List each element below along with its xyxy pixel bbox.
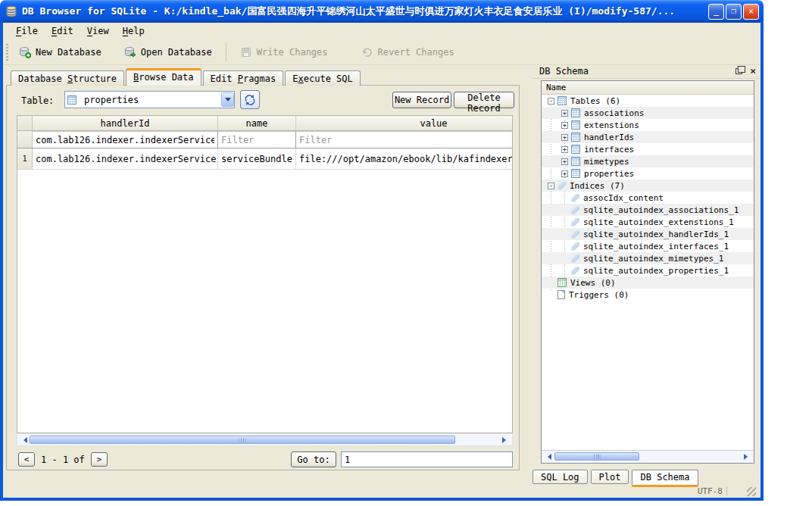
triggers-icon: [557, 290, 565, 299]
index-icon: [571, 267, 579, 275]
new-record-button[interactable]: New Record: [392, 92, 451, 108]
new-database-button[interactable]: New Database: [13, 43, 108, 61]
revert-changes-button[interactable]: Revert Changes: [355, 43, 461, 61]
scroll-left-arrow[interactable]: [18, 435, 30, 445]
combo-dropdown-button[interactable]: [221, 92, 234, 107]
tree-item-tables-6[interactable]: -Tables (6): [542, 95, 754, 107]
tree-item-indices-7[interactable]: -Indices (7): [542, 180, 754, 192]
schema-tree: Name -Tables (6)+associations+extenstion…: [541, 80, 754, 464]
table-select[interactable]: properties: [64, 91, 235, 108]
filter-input-value[interactable]: [296, 133, 513, 148]
status-bar: UTF-8: [3, 485, 760, 498]
grid-filter-row: [17, 131, 513, 148]
open-database-button[interactable]: Open Database: [118, 43, 218, 61]
window-border-bottom: [0, 498, 764, 501]
scrollbar-thumb[interactable]: [30, 436, 455, 444]
delete-record-button[interactable]: Delete Record: [454, 92, 514, 108]
cell-value[interactable]: file:///opt/amazon/ebook/lib/kafindexer.…: [296, 148, 513, 169]
menu-edit[interactable]: Edit: [45, 24, 80, 38]
cell-name[interactable]: serviceBundle: [218, 148, 296, 169]
tree-item-label: sqlite_autoindex_associations_1: [583, 205, 739, 215]
tree-item-properties[interactable]: +properties: [542, 167, 754, 180]
dock-close-icon[interactable]: ×: [750, 67, 756, 75]
tab-browse-data[interactable]: Browse Data: [126, 68, 201, 86]
tree-item-sqlite-autoindex-interfaces-1[interactable]: sqlite_autoindex_interfaces_1: [542, 240, 754, 252]
scroll-right-arrow[interactable]: [500, 435, 511, 445]
dock-tab-plot[interactable]: Plot: [591, 470, 629, 484]
expand-icon[interactable]: +: [561, 146, 568, 153]
tree-item-sqlite-autoindex-mimetypes-1[interactable]: sqlite_autoindex_mimetypes_1: [542, 252, 754, 264]
prev-page-button[interactable]: <: [18, 452, 35, 467]
tree-item-label: Tables (6): [570, 96, 620, 106]
collapse-icon[interactable]: -: [548, 98, 554, 105]
tree-item-mimetypes[interactable]: +mimetypes: [542, 155, 754, 167]
expand-icon[interactable]: +: [561, 110, 568, 117]
schema-tree-rows: -Tables (6)+associations+extenstions+han…: [542, 95, 754, 301]
goto-record-input[interactable]: [341, 451, 513, 467]
maximize-button[interactable]: ❐: [726, 4, 742, 20]
tree-item-sqlite-autoindex-handlerids-1[interactable]: sqlite_autoindex_handlerIds_1: [542, 228, 754, 240]
write-changes-label: Write Changes: [257, 47, 328, 58]
main-tab-bar: Database Structure Browse Data Edit Prag…: [11, 69, 362, 86]
tab-edit-pragmas[interactable]: Edit Pragmas: [203, 70, 284, 86]
next-page-button[interactable]: >: [91, 452, 108, 467]
filter-input-handlerid[interactable]: [33, 133, 217, 148]
minimize-button[interactable]: _: [708, 4, 724, 20]
tree-item-extenstions[interactable]: +extenstions: [542, 119, 754, 131]
tab-execute-sql[interactable]: Execute SQL: [285, 70, 361, 86]
tree-item-handlerids[interactable]: +handlerIds: [542, 131, 754, 143]
column-header-name[interactable]: name: [218, 116, 296, 130]
tree-horizontal-scrollbar[interactable]: [542, 450, 754, 463]
menu-file[interactable]: File: [9, 24, 45, 38]
title-bar[interactable]: DB Browser for SQLite - K:/kindle_bak/国富…: [0, 0, 764, 23]
window-title: DB Browser for SQLite - K:/kindle_bak/国富…: [22, 5, 707, 18]
schema-dock-titlebar[interactable]: DB Schema ×: [532, 64, 760, 79]
table-icon: [571, 120, 580, 130]
expand-icon[interactable]: +: [561, 122, 568, 129]
menu-help[interactable]: Help: [116, 24, 151, 38]
dock-tab-sql-log[interactable]: SQL Log: [532, 470, 588, 484]
index-icon: [557, 182, 566, 190]
open-database-label: Open Database: [141, 47, 212, 58]
scroll-left-arrow[interactable]: [542, 451, 554, 461]
collapse-icon[interactable]: -: [548, 183, 554, 189]
expand-icon[interactable]: +: [561, 158, 568, 165]
menu-view[interactable]: View: [80, 24, 116, 38]
record-range-label: 1 - 1 of 1: [41, 454, 95, 465]
table-icon: [67, 95, 77, 105]
tree-item-sqlite-autoindex-associations-1[interactable]: sqlite_autoindex_associations_1: [542, 204, 754, 216]
toolbar-drag-handle[interactable]: [6, 44, 8, 61]
close-button[interactable]: ✕: [743, 4, 759, 20]
expand-icon[interactable]: +: [561, 134, 568, 141]
expand-icon[interactable]: +: [561, 170, 568, 177]
index-icon: [571, 255, 579, 263]
tree-item-triggers-0[interactable]: Triggers (0): [542, 289, 754, 301]
refresh-button[interactable]: [240, 90, 260, 109]
tree-item-associations[interactable]: +associations: [542, 107, 754, 119]
index-icon: [571, 206, 579, 214]
scroll-right-arrow[interactable]: [742, 451, 753, 461]
table-icon: [557, 96, 567, 105]
resize-grip[interactable]: [747, 487, 756, 496]
tree-item-associdx-content[interactable]: assocIdx_content: [542, 192, 754, 204]
grid-horizontal-scrollbar[interactable]: [17, 433, 513, 446]
filter-input-name[interactable]: [218, 133, 295, 148]
goto-button[interactable]: Go to:: [291, 451, 336, 467]
tree-item-views-0[interactable]: Views (0): [542, 276, 754, 289]
table-label: Table:: [21, 95, 54, 106]
tree-item-label: sqlite_autoindex_handlerIds_1: [583, 230, 729, 239]
table-select-value: properties: [84, 95, 139, 105]
scrollbar-thumb[interactable]: [554, 452, 639, 461]
cell-handlerid[interactable]: com.lab126.indexer.indexerService: [33, 148, 218, 169]
tree-item-interfaces[interactable]: +interfaces: [542, 143, 754, 155]
tree-item-sqlite-autoindex-properties-1[interactable]: sqlite_autoindex_properties_1: [542, 264, 754, 276]
write-changes-button[interactable]: Write Changes: [234, 43, 334, 61]
column-header-handlerid[interactable]: handlerId: [33, 116, 218, 130]
column-header-value[interactable]: value: [296, 116, 513, 130]
views-icon: [557, 278, 567, 287]
tree-column-header[interactable]: Name: [542, 81, 754, 95]
tree-item-label: properties: [584, 169, 634, 179]
dock-float-icon[interactable]: [735, 68, 742, 74]
tab-database-structure[interactable]: Database Structure: [11, 70, 124, 86]
tree-item-sqlite-autoindex-extenstions-1[interactable]: sqlite_autoindex_extenstions_1: [542, 216, 754, 228]
